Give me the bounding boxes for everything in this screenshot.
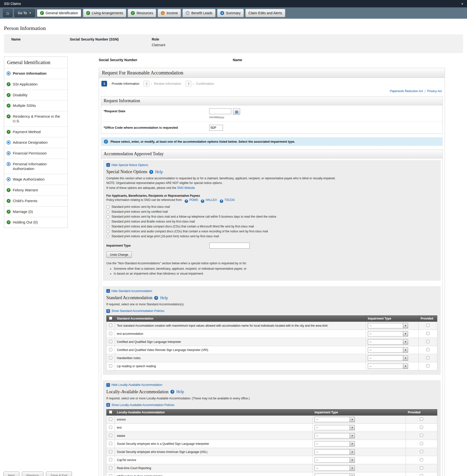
provided-checkbox[interactable]	[426, 348, 429, 351]
impairment-type-select[interactable]: -- ▼	[368, 355, 408, 361]
sno-option-row[interactable]: Standard print notices and large print (…	[106, 234, 437, 239]
row-checkbox[interactable]	[109, 340, 112, 343]
sidebar-item[interactable]: Child's Parents	[4, 196, 68, 206]
impairment-type-select[interactable]: -- ▼	[315, 433, 355, 438]
provided-checkbox[interactable]	[420, 442, 423, 445]
sidebar-item[interactable]: Residency & Presence in the U.S.	[4, 111, 68, 126]
sno-radio[interactable]	[106, 225, 110, 228]
provided-checkbox[interactable]	[426, 340, 429, 343]
sno-radio[interactable]	[106, 210, 110, 213]
row-checkbox[interactable]	[109, 466, 112, 469]
nav-tab[interactable]: Benefit Leads	[182, 9, 216, 17]
privacy-act-link[interactable]: Privacy Act	[427, 89, 442, 93]
home-button[interactable]: ⌂	[3, 9, 13, 17]
hide-locally-available-link[interactable]: − Hide Locally-Available Accommodation	[106, 383, 162, 387]
nav-tab[interactable]: Summary	[217, 9, 244, 17]
sno-radio[interactable]	[106, 205, 110, 209]
hide-standard-accommodation-link[interactable]: − Hide Standard Accommodation	[106, 289, 152, 293]
nav-tab[interactable]: Claim Edits and Alerts	[245, 9, 285, 17]
row-checkbox[interactable]	[109, 324, 112, 327]
help-link[interactable]: Help	[155, 170, 163, 174]
sno-option-row[interactable]: Standard print notices sent by first-cla…	[106, 214, 437, 219]
sidebar-item[interactable]: Multiple SSNs	[4, 100, 68, 111]
provided-checkbox[interactable]	[420, 474, 423, 476]
show-standard-policies-link[interactable]: + Show Standard Accommodation Policies	[106, 309, 164, 313]
sno-option-row[interactable]: Standard print notices and audio compact…	[106, 229, 437, 234]
impairment-type-select[interactable]: -- ▼	[368, 331, 408, 336]
collapse-caret-icon[interactable]: ▾	[461, 2, 463, 6]
provided-checkbox[interactable]	[420, 434, 423, 437]
sidebar-item[interactable]: Person Information	[4, 68, 68, 79]
office-code-input[interactable]	[209, 125, 223, 131]
row-checkbox[interactable]	[109, 356, 112, 359]
row-checkbox[interactable]	[109, 426, 112, 429]
help-icon[interactable]: ?	[170, 390, 174, 394]
paperwork-reduction-act-link[interactable]: Paperwork Reduction Act	[390, 89, 423, 93]
request-date-input[interactable]	[209, 108, 231, 114]
row-checkbox[interactable]	[109, 442, 112, 445]
sidebar-item[interactable]: Disability	[4, 90, 68, 100]
provided-checkbox[interactable]	[426, 324, 429, 327]
sno-option-row[interactable]: Standard print notices sent by first-cla…	[106, 204, 437, 209]
nav-tab[interactable]: General Identification	[37, 9, 82, 17]
sno-website-link[interactable]: SNO Website	[177, 186, 195, 190]
impairment-type-select[interactable]: -- ▼	[315, 441, 355, 447]
sno-option-row[interactable]: Standard print notices sent by certified…	[106, 209, 437, 214]
sidebar-item[interactable]: SSI Application	[4, 79, 68, 90]
nav-tab[interactable]: Income	[158, 9, 181, 17]
row-checkbox[interactable]	[109, 434, 112, 437]
sno-option-row[interactable]: Standard print notices and Braille notic…	[106, 219, 437, 224]
row-checkbox[interactable]	[109, 450, 112, 453]
row-checkbox[interactable]	[109, 458, 112, 461]
provided-checkbox[interactable]	[420, 426, 423, 429]
select-all-checkbox[interactable]	[109, 317, 112, 320]
impairment-type-select[interactable]: -- ▼	[315, 425, 355, 430]
help-icon[interactable]: ?	[220, 199, 223, 203]
row-checkbox[interactable]	[109, 474, 112, 476]
sno-radio[interactable]	[106, 230, 110, 233]
help-icon[interactable]: ?	[149, 170, 153, 174]
nav-tab[interactable]: Resources	[128, 9, 156, 17]
provided-checkbox[interactable]	[426, 356, 429, 359]
impairment-type-select[interactable]: -- ▼	[315, 474, 355, 476]
impairment-type-select[interactable]: -- ▼	[315, 417, 355, 422]
footer-save-exit-button[interactable]: Save & Exit	[46, 472, 72, 476]
impairment-type-select[interactable]: -- ▼	[368, 339, 408, 345]
provided-checkbox[interactable]	[420, 418, 423, 421]
nav-tab[interactable]: Living Arrangements	[83, 9, 126, 17]
row-checkbox[interactable]	[109, 418, 112, 421]
provided-checkbox[interactable]	[420, 458, 423, 461]
footer-previous-button[interactable]: Previous	[22, 472, 44, 476]
sidebar-item[interactable]: Payment Method	[4, 126, 68, 137]
sidebar-item[interactable]: Wage Authorization	[4, 174, 68, 185]
calendar-button[interactable]: ▦	[233, 108, 240, 115]
sidebar-item[interactable]: Advance Designation	[4, 137, 68, 148]
sno-radio[interactable]	[106, 215, 110, 218]
goto-dropdown[interactable]: Go To ▼	[14, 9, 35, 17]
sidebar-item[interactable]: Financial Permission	[4, 148, 68, 159]
sidebar-item[interactable]: Marriage (0)	[4, 206, 68, 217]
help-link[interactable]: Help	[160, 296, 168, 300]
sidebar-item[interactable]: Personal Information Authorization	[4, 159, 68, 174]
hallex-link[interactable]: HALLEX	[206, 198, 217, 202]
impairment-type-select[interactable]: -- ▼	[368, 364, 408, 369]
impairment-type-input[interactable]	[209, 243, 250, 249]
help-icon[interactable]: ?	[154, 296, 158, 300]
show-locally-policies-link[interactable]: + Show Locally-Available Accommodation P…	[106, 403, 175, 407]
hide-special-notice-link[interactable]: − Hide Special Notice Options	[106, 163, 148, 167]
provided-checkbox[interactable]	[420, 450, 423, 453]
impairment-type-select[interactable]: -- ▼	[315, 465, 355, 471]
footer-next-button[interactable]: Next	[3, 472, 19, 476]
impairment-type-select[interactable]: -- ▼	[315, 457, 355, 463]
sno-radio[interactable]	[106, 235, 110, 238]
undo-change-button[interactable]: Undo Change	[106, 252, 132, 258]
poms-link[interactable]: POMS	[189, 198, 198, 202]
select-all-checkbox[interactable]	[109, 410, 112, 414]
impairment-type-select[interactable]: -- ▼	[315, 449, 355, 455]
help-link[interactable]: Help	[176, 390, 184, 394]
row-checkbox[interactable]	[109, 348, 112, 351]
impairment-type-select[interactable]: -- ▼	[368, 347, 408, 353]
provided-checkbox[interactable]	[420, 466, 423, 469]
row-checkbox[interactable]	[109, 364, 112, 367]
sno-option-row[interactable]: Standard print notices and data compact …	[106, 224, 437, 229]
